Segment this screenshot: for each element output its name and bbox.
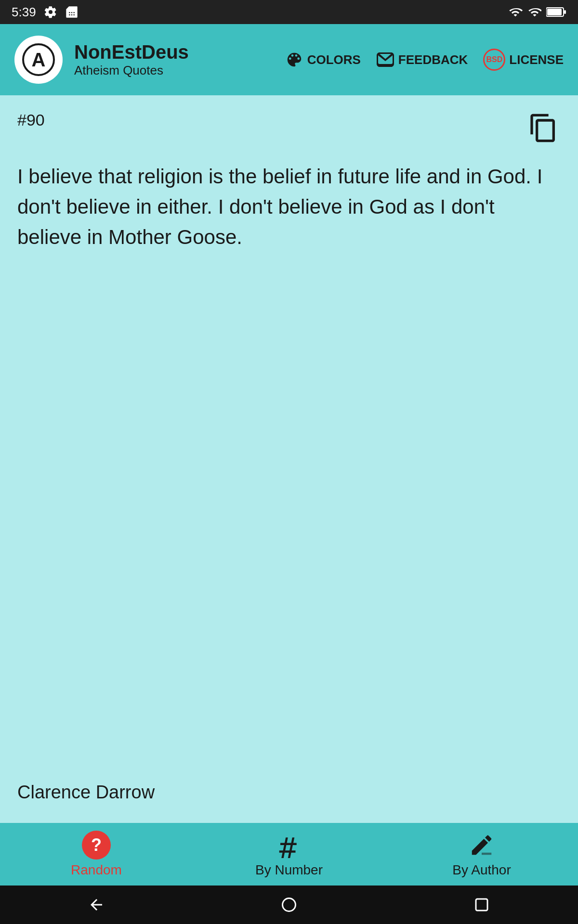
status-left: 5:39 [12,5,79,20]
quote-text: I believe that religion is the belief in… [17,161,561,782]
svg-rect-2 [564,10,566,14]
nav-item-random[interactable]: ? Random [0,831,193,878]
svg-text:A: A [32,49,46,70]
quill-icon [467,831,496,860]
status-right [508,5,566,19]
copy-icon [528,113,559,143]
svg-point-5 [283,898,296,911]
toolbar: A NonEstDeus Atheism Quotes COLORS FEEDB… [0,24,578,95]
nav-item-by-author[interactable]: By Author [385,831,578,878]
toolbar-actions: COLORS FEEDBACK BSD LICENSE [285,49,564,71]
app-logo[interactable]: A [14,36,63,84]
status-time: 5:39 [12,5,36,20]
back-icon [88,896,105,913]
bottom-nav: ? Random By Number By Author [0,823,578,886]
toolbar-title-group: NonEstDeus Atheism Quotes [74,41,274,78]
svg-rect-1 [547,9,562,15]
license-action[interactable]: BSD LICENSE [483,49,564,71]
question-mark: ? [91,835,102,855]
main-content: #90 I believe that religion is the belie… [0,95,578,823]
recents-button[interactable] [467,890,496,919]
quote-number: #90 [17,111,45,129]
battery-icon [546,6,566,18]
sim-icon [65,5,79,19]
feedback-action[interactable]: FEEDBACK [376,52,468,67]
app-subtitle: Atheism Quotes [74,63,274,78]
hash-icon [275,831,303,860]
feedback-label: FEEDBACK [398,52,468,67]
quote-author: Clarence Darrow [17,782,561,808]
status-bar: 5:39 [0,0,578,24]
nav-label-by-author: By Author [452,862,511,878]
back-button[interactable] [82,890,111,919]
logo-svg: A [22,43,55,76]
copy-button[interactable] [526,111,561,147]
quote-header: #90 [17,111,561,147]
recents-icon [473,896,490,913]
bsd-badge: BSD [483,49,505,71]
random-icon: ? [82,831,111,860]
svg-rect-6 [476,899,487,911]
android-nav [0,886,578,924]
nav-label-by-number: By Number [255,862,323,878]
signal-icon [528,5,541,19]
wifi-icon [508,5,523,19]
home-icon [280,896,298,913]
palette-icon [285,51,303,69]
app-name: NonEstDeus [74,41,274,63]
settings-icon [44,5,57,19]
colors-label: COLORS [307,52,361,67]
license-label: LICENSE [509,52,564,67]
envelope-icon [376,52,394,67]
random-icon-bg: ? [82,831,111,860]
colors-action[interactable]: COLORS [285,51,361,69]
home-button[interactable] [275,890,303,919]
nav-item-by-number[interactable]: By Number [193,831,385,878]
nav-label-random: Random [71,862,122,878]
